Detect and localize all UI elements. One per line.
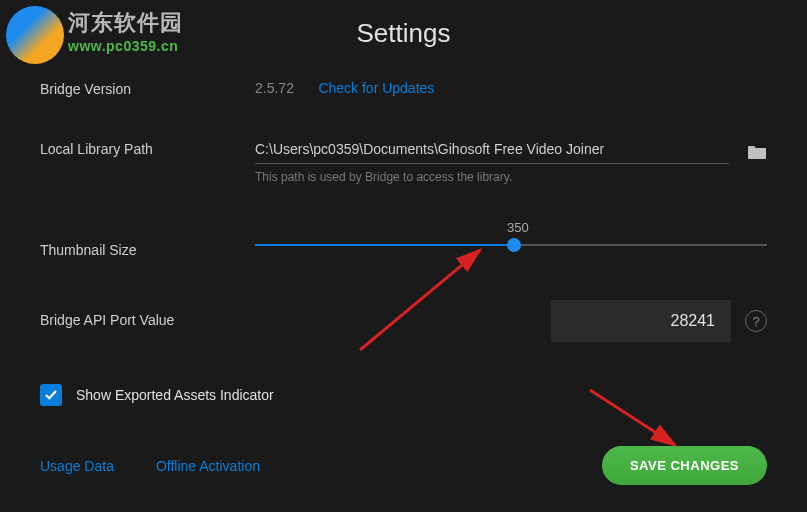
check-updates-link[interactable]: Check for Updates [318, 80, 434, 96]
exported-assets-label: Show Exported Assets Indicator [76, 387, 274, 403]
slider-thumb[interactable] [507, 238, 521, 252]
port-label: Bridge API Port Value [40, 300, 255, 328]
watermark-logo: 河东软件园 www.pc0359.cn [2, 2, 202, 74]
save-changes-button[interactable]: SAVE CHANGES [602, 446, 767, 485]
library-path-input[interactable] [255, 139, 729, 164]
usage-data-link[interactable]: Usage Data [40, 458, 114, 474]
thumbnail-size-value: 350 [507, 220, 529, 235]
bridge-version-label: Bridge Version [40, 79, 255, 97]
help-icon[interactable]: ? [745, 310, 767, 332]
exported-assets-checkbox[interactable] [40, 384, 62, 406]
folder-icon[interactable] [747, 144, 767, 160]
offline-activation-link[interactable]: Offline Activation [156, 458, 260, 474]
thumbnail-size-slider[interactable]: 350 [255, 226, 767, 246]
watermark-text-cn: 河东软件园 [68, 8, 183, 38]
library-path-hint: This path is used by Bridge to access th… [255, 170, 767, 184]
library-path-label: Local Library Path [40, 139, 255, 157]
bridge-version-value: 2.5.72 [255, 80, 294, 96]
thumbnail-size-label: Thumbnail Size [40, 226, 255, 258]
port-input[interactable] [551, 300, 731, 342]
watermark-url: www.pc0359.cn [68, 38, 178, 54]
